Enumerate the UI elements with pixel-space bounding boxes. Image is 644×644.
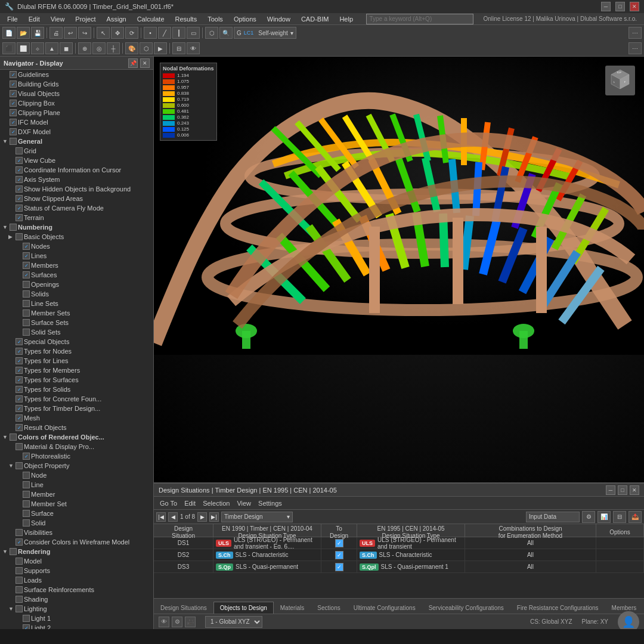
status-icon-1[interactable]: 👁 xyxy=(159,617,169,627)
tree-item[interactable]: Supports xyxy=(0,566,153,575)
tree-item[interactable]: ▼Object Property xyxy=(0,461,153,470)
tree-item[interactable]: Special Objects xyxy=(0,337,153,346)
nav-close-btn[interactable]: ✕ xyxy=(140,58,150,68)
viewport[interactable]: Nodal Deformations 1.194 1.075 0.957 0.8… xyxy=(154,57,644,482)
tree-item[interactable]: Nodes xyxy=(0,242,153,251)
tree-item[interactable]: Types for Solids xyxy=(0,385,153,394)
guide-btn[interactable]: ┼ xyxy=(107,42,120,54)
more-btn2[interactable]: ⋯ xyxy=(628,42,642,54)
td-ds3-check[interactable]: ✓ xyxy=(321,561,357,572)
table-row[interactable]: DS2 S.Ch SLS - Characteristic ✓ S.Ch SLS… xyxy=(154,549,644,561)
move-btn[interactable]: ✥ xyxy=(111,27,124,39)
tree-item[interactable]: Types for Concrete Foun... xyxy=(0,394,153,404)
tab-sections[interactable]: Sections xyxy=(311,602,346,614)
tree-item[interactable]: Terrain xyxy=(0,213,153,222)
tree-item[interactable]: Consider Colors in Wireframe Model xyxy=(0,537,153,547)
bottom-close-btn[interactable]: ✕ xyxy=(630,485,639,495)
selection-nav[interactable]: Selection xyxy=(200,500,232,507)
tree-item[interactable]: Result Objects xyxy=(0,423,153,432)
tab-ultimate-configs[interactable]: Ultimate Configurations xyxy=(347,602,422,614)
nav-pin-btn[interactable]: 📌 xyxy=(128,58,138,68)
tree-item[interactable]: Members xyxy=(0,261,153,270)
tree-item[interactable]: Light 1 xyxy=(0,614,153,623)
ds1-checkbox[interactable]: ✓ xyxy=(335,539,343,547)
select-btn[interactable]: ↖ xyxy=(97,27,110,39)
lc-dropdown[interactable]: GLC1 Self-weight ▾ xyxy=(234,27,296,39)
tree-item[interactable]: Openings xyxy=(0,280,153,289)
tree-item[interactable]: View Cube xyxy=(0,156,153,165)
member-btn[interactable]: ┃ xyxy=(172,27,185,39)
td-ds1-check[interactable]: ✓ xyxy=(321,537,357,549)
tree-item[interactable]: Member Set xyxy=(0,499,153,509)
tree-item[interactable]: Clipping Box xyxy=(0,98,153,108)
tool-btn-1[interactable]: ⬛ xyxy=(2,42,16,54)
tree-item[interactable]: Types for Surfaces xyxy=(0,375,153,385)
results-btn[interactable]: 📊 xyxy=(597,511,611,523)
tree-item[interactable]: ▼Rendering xyxy=(0,547,153,556)
settings-nav[interactable]: Settings xyxy=(256,500,284,507)
tree-item[interactable]: Member Sets xyxy=(0,308,153,318)
tab-design-situations[interactable]: Design Situations xyxy=(154,602,213,614)
tree-item[interactable]: Solids xyxy=(0,289,153,299)
more-btn1[interactable]: ⋯ xyxy=(628,27,642,39)
menu-edit[interactable]: Edit xyxy=(24,14,45,24)
zoom-btn[interactable]: 🔍 xyxy=(219,27,233,39)
view3d-btn[interactable]: ⬡ xyxy=(205,27,218,39)
tree-item[interactable]: Types for Nodes xyxy=(0,346,153,356)
save-btn[interactable]: 💾 xyxy=(31,27,44,39)
page-last-btn[interactable]: ▶| xyxy=(209,512,219,522)
tree-item[interactable]: IFC Model xyxy=(0,117,153,127)
view-cube[interactable]: TOP L F xyxy=(602,63,638,98)
tree-item[interactable]: ▶Basic Objects xyxy=(0,232,153,242)
menu-cad-bim[interactable]: CAD-BIM xyxy=(296,14,333,24)
line-btn[interactable]: ╱ xyxy=(158,27,171,39)
surface-btn[interactable]: ▭ xyxy=(187,27,200,39)
mesh-btn[interactable]: ⬡ xyxy=(140,42,153,54)
tree-item[interactable]: Coordinate Information on Cursor xyxy=(0,165,153,175)
tree-item[interactable]: DXF Model xyxy=(0,127,153,137)
export-btn[interactable]: 📤 xyxy=(628,511,642,523)
tree-item[interactable]: Building Grids xyxy=(0,79,153,89)
tab-objects-to-design[interactable]: Objects to Design xyxy=(213,602,274,614)
td-ds2-check[interactable]: ✓ xyxy=(321,549,357,561)
tree-item[interactable]: Model xyxy=(0,556,153,566)
tree-item[interactable]: Lines xyxy=(0,251,153,261)
vis-btn[interactable]: 👁 xyxy=(187,42,200,54)
status-icon-3[interactable]: 🎥 xyxy=(185,617,196,627)
table-row[interactable]: DS1 ULS ULS (STR/GEO) - Permanent and tr… xyxy=(154,537,644,549)
tree-item[interactable]: ▼Lighting xyxy=(0,604,153,614)
tree-item[interactable]: Surface Sets xyxy=(0,318,153,327)
tree-item[interactable]: Shading xyxy=(0,595,153,604)
render-btn[interactable]: 🎨 xyxy=(125,42,138,54)
user-avatar[interactable]: 👤 xyxy=(618,611,639,630)
tree-item[interactable]: Solid Sets xyxy=(0,327,153,337)
tab-serviceability-configs[interactable]: Serviceability Configurations xyxy=(422,602,510,614)
status-icon-2[interactable]: ⚙ xyxy=(172,617,182,627)
menu-calculate[interactable]: Calculate xyxy=(132,14,169,24)
redo-btn[interactable]: ↪ xyxy=(78,27,91,39)
tree-item[interactable]: Mesh xyxy=(0,413,153,423)
close-button[interactable]: ✕ xyxy=(630,2,639,11)
search-input[interactable] xyxy=(366,14,473,24)
tool-btn-5[interactable]: ◼ xyxy=(60,42,73,54)
tree-item[interactable]: Show Hidden Objects in Background xyxy=(0,184,153,194)
filter-btn[interactable]: ⊟ xyxy=(172,42,185,54)
maximize-button[interactable]: □ xyxy=(615,2,625,11)
tree-item[interactable]: Status of Camera Fly Mode xyxy=(0,203,153,213)
menu-options[interactable]: Options xyxy=(229,14,261,24)
node-btn[interactable]: • xyxy=(144,27,157,39)
tree-item[interactable]: Types for Members xyxy=(0,366,153,375)
menu-assign[interactable]: Assign xyxy=(102,14,131,24)
design-type-dropdown[interactable]: Timber Design ▾ xyxy=(221,512,293,522)
tree-item[interactable]: Photorealistic xyxy=(0,451,153,461)
rotate-btn[interactable]: ⟳ xyxy=(125,27,138,39)
page-next-btn[interactable]: ▶ xyxy=(197,512,207,522)
tree-item[interactable]: Light 2 xyxy=(0,623,153,629)
tree-item[interactable]: Surface xyxy=(0,509,153,518)
tree-item[interactable]: Guidelines xyxy=(0,70,153,79)
tool-btn-2[interactable]: ⬜ xyxy=(17,42,30,54)
print-btn[interactable]: 🖨 xyxy=(49,27,63,39)
bottom-minimize-btn[interactable]: ─ xyxy=(606,485,615,495)
tool-btn-3[interactable]: ⟐ xyxy=(31,42,44,54)
menu-window[interactable]: Window xyxy=(262,14,295,24)
